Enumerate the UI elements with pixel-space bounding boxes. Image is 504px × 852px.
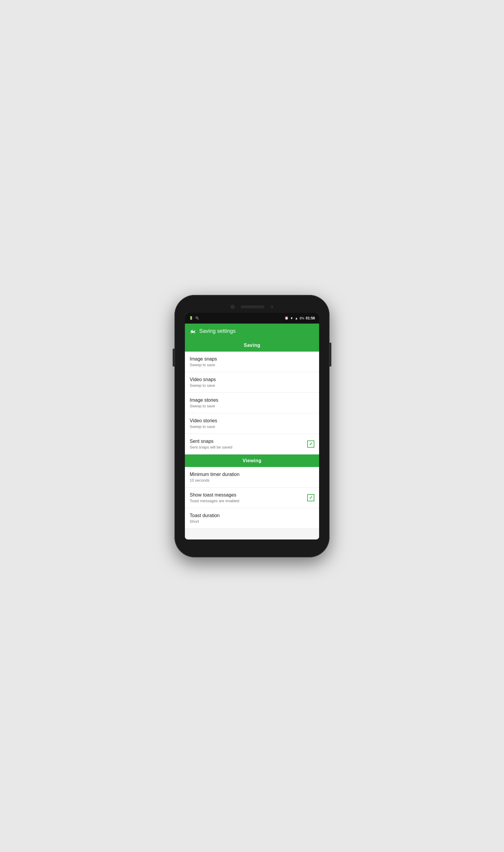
min-timer-text: Minimum timer duration 10 seconds [190, 472, 314, 483]
video-stories-text: Video stories Sweep to save [190, 418, 314, 429]
saving-section-header: Saving [185, 339, 319, 351]
app-bar-icon: 🏍 [190, 328, 196, 334]
video-snaps-subtitle: Sweep to save [190, 383, 314, 388]
image-snaps-title: Image snaps [190, 356, 314, 362]
power-button [329, 343, 331, 366]
min-timer-item[interactable]: Minimum timer duration 10 seconds [185, 467, 319, 488]
image-snaps-item[interactable]: Image snaps Sweep to save [185, 351, 319, 372]
status-time: 01:58 [306, 316, 315, 320]
sent-snaps-checkbox[interactable] [307, 440, 314, 448]
video-snaps-item[interactable]: Video snaps Sweep to save [185, 372, 319, 393]
sent-snaps-subtitle: Sent snaps will be saved [190, 445, 307, 449]
saving-header-text: Saving [244, 343, 260, 348]
toast-duration-text: Toast duration Short [190, 513, 314, 524]
status-left-icons: 🔋 🔌 [189, 316, 199, 320]
image-snaps-subtitle: Sweep to save [190, 363, 314, 367]
video-stories-title: Video stories [190, 418, 314, 423]
toast-duration-title: Toast duration [190, 513, 314, 518]
image-stories-item[interactable]: Image stories Sweep to save [185, 393, 319, 413]
show-toast-subtitle: Toast messages are enabled [190, 498, 307, 503]
status-right-area: ⏰ ▼ ▲ 8% 01:58 [285, 316, 315, 320]
min-timer-title: Minimum timer duration [190, 472, 314, 477]
image-snaps-text: Image snaps Sweep to save [190, 356, 314, 367]
sent-snaps-item[interactable]: Sent snaps Sent snaps will be saved [185, 434, 319, 454]
signal-icon: ▲ [295, 316, 298, 320]
video-snaps-text: Video snaps Sweep to save [190, 377, 314, 388]
sent-snaps-title: Sent snaps [190, 439, 307, 444]
video-stories-item[interactable]: Video stories Sweep to save [185, 413, 319, 434]
settings-content[interactable]: Saving Image snaps Sweep to save Video s… [185, 339, 319, 540]
show-toast-text: Show toast messages Toast messages are e… [190, 492, 307, 503]
video-stories-subtitle: Sweep to save [190, 424, 314, 429]
min-timer-subtitle: 10 seconds [190, 478, 314, 483]
battery-warning-icon: 🔋 [189, 316, 193, 320]
app-bar: 🏍 Saving settings [185, 324, 319, 339]
image-stories-title: Image stories [190, 398, 314, 403]
image-stories-text: Image stories Sweep to save [190, 398, 314, 408]
status-bar: 🔋 🔌 ⏰ ▼ ▲ 8% 01:58 [185, 313, 319, 324]
show-toast-title: Show toast messages [190, 492, 307, 498]
viewing-section-header: Viewing [185, 454, 319, 467]
volume-button [173, 349, 175, 366]
wifi-icon: ▼ [290, 316, 293, 320]
image-stories-subtitle: Sweep to save [190, 404, 314, 408]
toast-duration-item[interactable]: Toast duration Short [185, 508, 319, 529]
front-camera [231, 305, 235, 309]
phone-device: 🔋 🔌 ⏰ ▼ ▲ 8% 01:58 🏍 Saving settings Sav… [175, 295, 329, 557]
front-sensor [270, 305, 273, 308]
app-bar-title: Saving settings [199, 328, 236, 334]
battery-percent: 8% [300, 316, 304, 320]
toast-duration-subtitle: Short [190, 519, 314, 524]
sent-snaps-text: Sent snaps Sent snaps will be saved [190, 439, 307, 449]
viewing-header-text: Viewing [242, 458, 262, 463]
video-snaps-title: Video snaps [190, 377, 314, 382]
show-toast-checkbox[interactable] [307, 494, 314, 501]
speaker-grille [241, 305, 265, 308]
alarm-icon: ⏰ [285, 316, 289, 320]
phone-screen: 🔋 🔌 ⏰ ▼ ▲ 8% 01:58 🏍 Saving settings Sav… [185, 313, 319, 540]
show-toast-item[interactable]: Show toast messages Toast messages are e… [185, 488, 319, 508]
usb-icon: 🔌 [195, 316, 199, 320]
